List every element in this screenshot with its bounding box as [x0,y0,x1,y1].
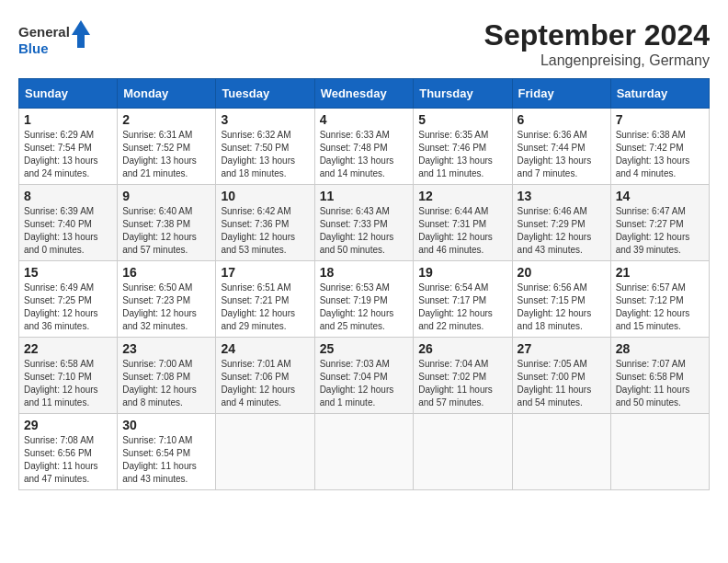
calendar-day: 17Sunrise: 6:51 AM Sunset: 7:21 PM Dayli… [216,261,314,338]
day-number: 6 [518,112,606,127]
day-number: 21 [616,265,704,280]
day-info: Sunrise: 6:57 AM Sunset: 7:12 PM Dayligh… [616,282,704,333]
day-number: 22 [24,341,112,356]
day-number: 2 [122,112,210,127]
day-number: 4 [320,112,409,127]
day-info: Sunrise: 6:33 AM Sunset: 7:48 PM Dayligh… [320,129,409,180]
day-info: Sunrise: 6:44 AM Sunset: 7:31 PM Dayligh… [418,205,506,257]
day-info: Sunrise: 6:38 AM Sunset: 7:42 PM Dayligh… [616,129,704,180]
calendar-day: 14Sunrise: 6:47 AM Sunset: 7:27 PM Dayli… [610,185,709,261]
day-info: Sunrise: 6:58 AM Sunset: 7:10 PM Dayligh… [24,358,112,409]
calendar-week-5: 29Sunrise: 7:08 AM Sunset: 6:56 PM Dayli… [19,414,710,490]
day-number: 28 [616,341,704,356]
title-block: September 2024 Langenpreising, Germany [484,18,710,69]
calendar-day: 18Sunrise: 6:53 AM Sunset: 7:19 PM Dayli… [314,261,414,338]
day-number: 19 [418,265,506,280]
day-info: Sunrise: 7:07 AM Sunset: 6:58 PM Dayligh… [616,358,704,409]
calendar-day: 11Sunrise: 6:43 AM Sunset: 7:33 PM Dayli… [314,185,414,261]
header-thursday: Thursday [414,79,512,109]
day-info: Sunrise: 6:46 AM Sunset: 7:29 PM Dayligh… [518,205,606,257]
calendar-day: 9Sunrise: 6:40 AM Sunset: 7:38 PM Daylig… [118,185,216,261]
calendar-day: 24Sunrise: 7:01 AM Sunset: 7:06 PM Dayli… [216,338,314,414]
calendar-day: 22Sunrise: 6:58 AM Sunset: 7:10 PM Dayli… [19,338,118,414]
header-row: Sunday Monday Tuesday Wednesday Thursday… [19,79,710,109]
calendar-day: 25Sunrise: 7:03 AM Sunset: 7:04 PM Dayli… [314,338,414,414]
header-monday: Monday [118,79,216,109]
day-info: Sunrise: 7:00 AM Sunset: 7:08 PM Dayligh… [122,358,210,409]
day-info: Sunrise: 6:42 AM Sunset: 7:36 PM Dayligh… [221,205,309,257]
day-number: 16 [122,265,210,280]
day-number: 8 [24,189,112,203]
day-info: Sunrise: 6:32 AM Sunset: 7:50 PM Dayligh… [221,129,309,180]
day-info: Sunrise: 7:08 AM Sunset: 6:56 PM Dayligh… [24,434,112,486]
day-info: Sunrise: 6:43 AM Sunset: 7:33 PM Dayligh… [320,205,409,257]
calendar-day: 23Sunrise: 7:00 AM Sunset: 7:08 PM Dayli… [118,338,216,414]
calendar-day: 26Sunrise: 7:04 AM Sunset: 7:02 PM Dayli… [414,338,512,414]
logo-svg: General Blue [18,18,92,60]
calendar-day: 21Sunrise: 6:57 AM Sunset: 7:12 PM Dayli… [610,261,709,338]
day-number: 20 [518,265,606,280]
calendar-day: 29Sunrise: 7:08 AM Sunset: 6:56 PM Dayli… [19,414,118,490]
location: Langenpreising, Germany [484,52,710,69]
day-number: 27 [518,341,606,356]
calendar-week-2: 8Sunrise: 6:39 AM Sunset: 7:40 PM Daylig… [19,185,710,261]
day-number: 29 [24,418,112,432]
day-info: Sunrise: 7:04 AM Sunset: 7:02 PM Dayligh… [418,358,506,409]
day-number: 10 [221,189,309,203]
calendar-day: 27Sunrise: 7:05 AM Sunset: 7:00 PM Dayli… [512,338,610,414]
calendar-day: 3Sunrise: 6:32 AM Sunset: 7:50 PM Daylig… [216,109,314,185]
svg-text:General: General [18,24,70,40]
header-tuesday: Tuesday [216,79,314,109]
day-number: 1 [24,112,112,127]
svg-marker-2 [72,20,90,48]
calendar-day [314,414,414,490]
day-number: 13 [518,189,606,203]
day-info: Sunrise: 6:51 AM Sunset: 7:21 PM Dayligh… [221,282,309,333]
calendar-week-3: 15Sunrise: 6:49 AM Sunset: 7:25 PM Dayli… [19,261,710,338]
day-number: 17 [221,265,309,280]
calendar-day: 12Sunrise: 6:44 AM Sunset: 7:31 PM Dayli… [414,185,512,261]
day-number: 25 [320,341,409,356]
calendar-day: 16Sunrise: 6:50 AM Sunset: 7:23 PM Dayli… [118,261,216,338]
calendar-day: 8Sunrise: 6:39 AM Sunset: 7:40 PM Daylig… [19,185,118,261]
day-info: Sunrise: 6:35 AM Sunset: 7:46 PM Dayligh… [418,129,506,180]
calendar-table: Sunday Monday Tuesday Wednesday Thursday… [18,78,710,490]
day-info: Sunrise: 6:49 AM Sunset: 7:25 PM Dayligh… [24,282,112,333]
calendar-day: 10Sunrise: 6:42 AM Sunset: 7:36 PM Dayli… [216,185,314,261]
day-info: Sunrise: 6:47 AM Sunset: 7:27 PM Dayligh… [616,205,704,257]
day-info: Sunrise: 6:29 AM Sunset: 7:54 PM Dayligh… [24,129,112,180]
calendar-day: 4Sunrise: 6:33 AM Sunset: 7:48 PM Daylig… [314,109,414,185]
calendar-day: 20Sunrise: 6:56 AM Sunset: 7:15 PM Dayli… [512,261,610,338]
logo: General Blue [18,18,92,60]
calendar-day: 19Sunrise: 6:54 AM Sunset: 7:17 PM Dayli… [414,261,512,338]
day-info: Sunrise: 7:03 AM Sunset: 7:04 PM Dayligh… [320,358,409,409]
header-wednesday: Wednesday [314,79,414,109]
calendar-day: 2Sunrise: 6:31 AM Sunset: 7:52 PM Daylig… [118,109,216,185]
day-number: 9 [122,189,210,203]
day-number: 12 [418,189,506,203]
day-info: Sunrise: 6:53 AM Sunset: 7:19 PM Dayligh… [320,282,409,333]
calendar-day: 28Sunrise: 7:07 AM Sunset: 6:58 PM Dayli… [610,338,709,414]
day-info: Sunrise: 7:01 AM Sunset: 7:06 PM Dayligh… [221,358,309,409]
day-number: 30 [122,418,210,432]
day-info: Sunrise: 6:40 AM Sunset: 7:38 PM Dayligh… [122,205,210,257]
day-number: 11 [320,189,409,203]
day-info: Sunrise: 7:10 AM Sunset: 6:54 PM Dayligh… [122,434,210,486]
day-number: 14 [616,189,704,203]
calendar-day: 5Sunrise: 6:35 AM Sunset: 7:46 PM Daylig… [414,109,512,185]
day-info: Sunrise: 6:31 AM Sunset: 7:52 PM Dayligh… [122,129,210,180]
day-info: Sunrise: 6:56 AM Sunset: 7:15 PM Dayligh… [518,282,606,333]
header-sunday: Sunday [19,79,118,109]
calendar-day [610,414,709,490]
day-number: 7 [616,112,704,127]
calendar-day: 1Sunrise: 6:29 AM Sunset: 7:54 PM Daylig… [19,109,118,185]
day-info: Sunrise: 6:36 AM Sunset: 7:44 PM Dayligh… [518,129,606,180]
day-info: Sunrise: 6:39 AM Sunset: 7:40 PM Dayligh… [24,205,112,257]
day-number: 24 [221,341,309,356]
day-info: Sunrise: 6:54 AM Sunset: 7:17 PM Dayligh… [418,282,506,333]
month-title: September 2024 [484,18,710,52]
page-header: General Blue September 2024 Langenpreisi… [18,18,710,69]
day-number: 15 [24,265,112,280]
header-friday: Friday [512,79,610,109]
calendar-week-1: 1Sunrise: 6:29 AM Sunset: 7:54 PM Daylig… [19,109,710,185]
